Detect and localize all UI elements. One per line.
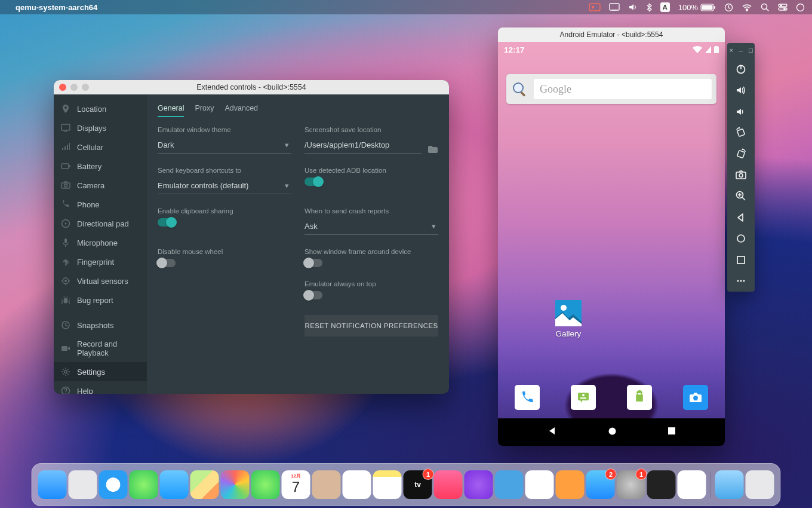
gallery-app-icon[interactable] bbox=[555, 300, 582, 326]
svg-point-36 bbox=[561, 305, 567, 311]
sidebar-item-camera[interactable]: Camera bbox=[54, 176, 147, 195]
dock-contacts-icon[interactable] bbox=[312, 470, 341, 499]
sidebar-item-help[interactable]: Help bbox=[54, 381, 147, 394]
zoom-icon[interactable] bbox=[82, 84, 89, 91]
extended-controls-window: Extended controls - <build>:5554 Locatio… bbox=[54, 80, 449, 394]
nav-home-icon[interactable] bbox=[608, 427, 617, 438]
close-icon[interactable] bbox=[59, 84, 66, 91]
sidebar-item-cellular[interactable]: Cellular bbox=[54, 137, 147, 157]
shortcuts-select[interactable]: Emulator controls (default) ▾ bbox=[158, 178, 291, 194]
menubar-status-icon[interactable] bbox=[589, 3, 601, 11]
theme-select[interactable]: Dark ▾ bbox=[158, 137, 291, 154]
rotate-right-icon[interactable] bbox=[727, 143, 755, 164]
dock-safari-icon[interactable] bbox=[99, 470, 128, 499]
svg-rect-5 bbox=[714, 6, 715, 9]
tab-proxy[interactable]: Proxy bbox=[195, 100, 214, 117]
dock-trash-icon[interactable] bbox=[746, 470, 774, 499]
sidebar-item-battery[interactable]: Battery bbox=[54, 157, 147, 176]
dock-photos-icon[interactable] bbox=[221, 470, 250, 499]
sidebar-item-phone[interactable]: Phone bbox=[54, 195, 147, 214]
folder-icon[interactable] bbox=[427, 145, 438, 154]
sidebar-item-snapshots[interactable]: Snapshots bbox=[54, 316, 147, 335]
sidebar-item-record-and-playback[interactable]: Record and Playback bbox=[54, 335, 147, 362]
reset-notification-button[interactable]: RESET NOTIFICATION PREFERENCES bbox=[304, 315, 438, 336]
screenshot-icon[interactable] bbox=[727, 164, 755, 185]
bluetooth-icon[interactable] bbox=[646, 3, 652, 12]
always-on-top-toggle[interactable] bbox=[304, 291, 322, 299]
screen-mirroring-icon[interactable] bbox=[609, 3, 620, 11]
dock-keynote-icon[interactable] bbox=[495, 470, 524, 499]
sidebar-item-bug-report[interactable]: Bug report bbox=[54, 290, 147, 310]
zoom-in-icon[interactable] bbox=[727, 186, 755, 207]
dock-appstore-icon[interactable]: 2 bbox=[586, 470, 615, 499]
wifi-icon[interactable] bbox=[742, 4, 752, 11]
volume-up-icon[interactable] bbox=[727, 79, 755, 100]
power-icon[interactable] bbox=[727, 59, 755, 79]
back-icon[interactable] bbox=[727, 207, 755, 228]
dock-downloads-icon[interactable] bbox=[715, 470, 744, 499]
dock-simulator-icon[interactable] bbox=[678, 470, 706, 499]
emulator-minimize-icon[interactable]: – bbox=[739, 47, 743, 54]
sidebar-item-displays[interactable]: Displays bbox=[54, 118, 147, 137]
mouse-wheel-toggle[interactable] bbox=[158, 259, 176, 267]
siri-icon[interactable] bbox=[796, 3, 805, 12]
dock-podcasts-icon[interactable] bbox=[465, 470, 493, 499]
nav-overview-icon[interactable] bbox=[668, 427, 676, 437]
google-search-box[interactable]: Google bbox=[534, 79, 712, 99]
dock-finder-icon[interactable] bbox=[38, 470, 67, 499]
dock-mail-icon[interactable] bbox=[160, 470, 189, 499]
volume-down-icon[interactable] bbox=[727, 101, 755, 122]
messaging-app-icon[interactable] bbox=[571, 385, 596, 410]
sidebar-item-microphone[interactable]: Microphone bbox=[54, 233, 147, 252]
dock-settings-icon[interactable]: 1 bbox=[617, 470, 645, 499]
nav-back-icon[interactable] bbox=[548, 426, 557, 438]
window-titlebar[interactable]: Extended controls - <build>:5554 bbox=[54, 80, 449, 94]
window-frame-toggle[interactable] bbox=[304, 259, 322, 267]
dock-pages-icon[interactable] bbox=[556, 470, 585, 499]
control-center-icon[interactable] bbox=[778, 4, 788, 11]
tab-general[interactable]: General bbox=[158, 100, 184, 117]
overview-icon[interactable] bbox=[727, 249, 755, 270]
dock-reminders-icon[interactable] bbox=[343, 470, 371, 499]
dock-music-icon[interactable] bbox=[434, 470, 463, 499]
sidebar-item-virtual-sensors[interactable]: Virtual sensors bbox=[54, 271, 147, 290]
badge: 2 bbox=[605, 469, 617, 480]
volume-icon[interactable] bbox=[628, 3, 638, 11]
spotlight-icon[interactable] bbox=[761, 3, 770, 12]
menubar-app-name[interactable]: qemu-system-aarch64 bbox=[16, 3, 97, 12]
phone-app-icon[interactable] bbox=[515, 385, 540, 410]
clipboard-toggle[interactable] bbox=[158, 218, 176, 227]
dock-notes-icon[interactable] bbox=[373, 470, 402, 499]
sidebar-item-fingerprint[interactable]: Fingerprint bbox=[54, 252, 147, 271]
clock-history-icon[interactable] bbox=[724, 3, 733, 12]
tab-advanced[interactable]: Advanced bbox=[224, 100, 258, 117]
battery-icon[interactable] bbox=[700, 4, 716, 11]
dock-finalcut-icon[interactable] bbox=[647, 470, 676, 499]
screenshot-path-field[interactable]: /Users/applem1/Desktop bbox=[304, 137, 422, 154]
sidebar-item-settings[interactable]: Settings bbox=[54, 362, 147, 381]
sidebar-item-directional-pad[interactable]: Directional pad bbox=[54, 214, 147, 233]
camera-app-icon[interactable] bbox=[683, 385, 708, 410]
minimize-icon[interactable] bbox=[70, 84, 78, 91]
adb-toggle[interactable] bbox=[304, 178, 322, 186]
dock-messages-icon[interactable] bbox=[130, 470, 158, 499]
sidebar-item-location[interactable]: Location bbox=[54, 99, 147, 118]
more-icon[interactable] bbox=[727, 271, 755, 292]
android-system-icon[interactable] bbox=[627, 385, 652, 410]
dock-launchpad-icon[interactable] bbox=[69, 470, 97, 499]
dock-numbers-icon[interactable] bbox=[525, 470, 554, 499]
dock-tv-icon[interactable]: tv1 bbox=[404, 470, 432, 499]
sidebar-item-label: Cellular bbox=[77, 143, 103, 152]
rotate-left-icon[interactable] bbox=[727, 122, 755, 143]
google-search-widget[interactable]: Google bbox=[506, 74, 716, 104]
dock-calendar-icon[interactable]: 12月 7 bbox=[282, 470, 310, 499]
emulator-screen[interactable]: 12:17 Google Gallery bbox=[498, 42, 725, 446]
home-icon[interactable] bbox=[727, 228, 755, 249]
input-source-icon[interactable]: A bbox=[660, 2, 670, 12]
crash-report-select[interactable]: Ask ▾ bbox=[304, 218, 438, 235]
emulator-titlebar[interactable]: Android Emulator - <build>:5554 bbox=[498, 27, 725, 42]
dock-facetime-icon[interactable] bbox=[251, 470, 280, 499]
emulator-maximize-icon[interactable]: □ bbox=[749, 47, 753, 54]
emulator-close-icon[interactable]: × bbox=[729, 47, 733, 54]
dock-maps-icon[interactable] bbox=[190, 470, 219, 499]
